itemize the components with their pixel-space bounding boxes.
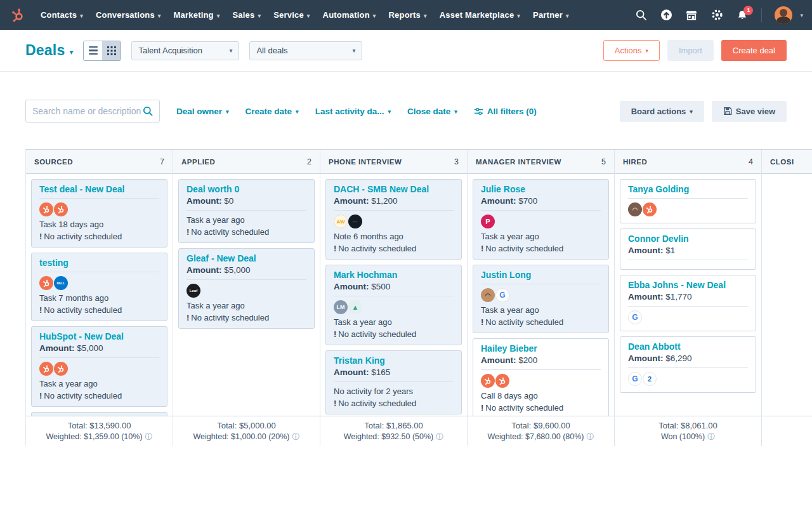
- user-menu-caret-icon[interactable]: ▾: [800, 12, 803, 18]
- weighted-text: Won (100%): [661, 432, 705, 442]
- page-title-dropdown[interactable]: Deals ▾: [25, 42, 73, 59]
- list-icon: [89, 46, 98, 55]
- actions-button-label: Actions: [615, 46, 642, 55]
- chevron-down-icon: ▾: [373, 13, 376, 19]
- chevron-down-icon: ▾: [226, 107, 229, 115]
- nav-item-label: Service: [273, 10, 304, 20]
- all-filters-button[interactable]: All filters (0): [474, 107, 537, 116]
- nav-item-sales[interactable]: Sales▾: [226, 10, 267, 20]
- hubspot-avatar: [54, 362, 68, 376]
- chevron-down-icon: ▾: [388, 107, 391, 115]
- deal-card[interactable]: Test deal - New DealTask 18 days ago!No …: [31, 179, 167, 248]
- filter-deal-owner[interactable]: Deal owner▾: [176, 107, 229, 116]
- deal-title-link[interactable]: Justin Long: [481, 270, 601, 280]
- deal-amount: Amount: $700: [481, 195, 601, 206]
- deal-card[interactable]: Justin Long◠GTask a year ago!No activity…: [473, 265, 609, 333]
- board-actions-button[interactable]: Board actions ▾: [620, 101, 704, 122]
- deal-title-link[interactable]: Julie Rose: [481, 184, 601, 194]
- deal-card[interactable]: Dean AbbottAmount: $6,290G2: [620, 336, 756, 393]
- deal-card[interactable]: Mark HochmanAmount: $500LM▲Task a year a…: [325, 265, 462, 345]
- marketplace-icon[interactable]: [685, 9, 698, 22]
- associated-avatars: ◠G: [481, 288, 601, 302]
- list-view-button[interactable]: [84, 41, 102, 60]
- deal-title-link[interactable]: Tristan King: [334, 355, 454, 366]
- deal-card[interactable]: Hailey BieberAmount: $200Call 8 days ago…: [473, 338, 609, 416]
- search-input[interactable]: [32, 106, 143, 116]
- create-deal-button[interactable]: Create deal: [721, 40, 787, 61]
- nav-item-contacts[interactable]: Contacts▾: [34, 10, 89, 20]
- deal-card[interactable]: HubSpot - New DealAmount: $5,000Task a y…: [31, 326, 167, 407]
- nav-item-automation[interactable]: Automation▾: [317, 10, 383, 20]
- save-view-button[interactable]: Save view: [712, 101, 787, 122]
- nav-item-asset-marketplace[interactable]: Asset Marketplace▾: [433, 10, 527, 20]
- actions-button[interactable]: Actions ▾: [603, 40, 660, 61]
- column-body: [762, 174, 812, 416]
- weighted-text: Weighted: $7,680.00 (80%): [488, 432, 584, 442]
- user-avatar[interactable]: [775, 6, 792, 24]
- filter-close-date[interactable]: Close date▾: [407, 107, 457, 116]
- deal-title-link[interactable]: DACH - SMB New Deal: [334, 184, 454, 194]
- deal-title-link[interactable]: Gleaf - New Deal: [187, 253, 306, 263]
- nav-item-reports[interactable]: Reports▾: [383, 10, 433, 20]
- weighted-text: Weighted: $932.50 (50%): [344, 432, 434, 442]
- info-icon[interactable]: ⓘ: [436, 432, 443, 442]
- deal-title-link[interactable]: Test deal - New Deal: [39, 184, 159, 194]
- import-button[interactable]: Import: [667, 40, 714, 61]
- pipeline-select[interactable]: Talent Acquisition ▾: [131, 41, 239, 60]
- deals-filter-select[interactable]: All deals ▾: [249, 41, 362, 60]
- google-avatar: G: [628, 310, 642, 324]
- deal-title-link[interactable]: Ebba Johns - New Deal: [628, 280, 748, 290]
- column-name: CLOSI: [770, 158, 794, 166]
- nav-right: 1 ▾: [634, 6, 803, 24]
- column-body: Test deal - New DealTask 18 days ago!No …: [26, 174, 173, 416]
- deal-card[interactable]: Gleaf - New DealAmount: $5,000LeafTask a…: [178, 248, 315, 329]
- deal-title-link[interactable]: HubSpot - New Deal: [39, 331, 159, 341]
- search-icon[interactable]: [634, 9, 647, 22]
- deal-card[interactable]: Julie RoseAmount: $700PTask a year ago!N…: [473, 179, 609, 260]
- info-icon[interactable]: ⓘ: [707, 432, 715, 442]
- board-view-button[interactable]: [102, 41, 121, 60]
- deal-title-link[interactable]: Deal worth 0: [187, 184, 306, 194]
- deal-title-link[interactable]: Dean Abbott: [628, 341, 748, 352]
- associated-avatars: [39, 362, 159, 376]
- deal-title-link[interactable]: Tanya Golding: [628, 184, 748, 194]
- warning-icon: !: [187, 227, 189, 237]
- filter-create-date[interactable]: Create date▾: [246, 107, 299, 116]
- deal-card[interactable]: Deal worth 0Amount: $0Task a year ago!No…: [178, 179, 315, 243]
- settings-gear-icon[interactable]: [710, 9, 723, 22]
- column-header: PHONE INTERVIEW 3: [320, 150, 467, 174]
- hubspot-avatar: [481, 374, 495, 388]
- deal-card[interactable]: Connor DevlinAmount: $1: [620, 228, 756, 270]
- nav-item-service[interactable]: Service▾: [267, 10, 316, 20]
- notifications-bell-icon[interactable]: 1: [736, 9, 749, 22]
- deal-card[interactable]: Ebba Johns - New DealAmount: $1,770G: [620, 275, 756, 331]
- nav-item-conversations[interactable]: Conversations▾: [89, 10, 167, 20]
- info-icon[interactable]: ⓘ: [145, 432, 152, 442]
- filter-last-activity-da[interactable]: Last activity da...▾: [315, 107, 391, 116]
- deal-card[interactable]: Tristan KingAmount: $165No activity for …: [325, 350, 462, 414]
- column-count: 7: [160, 157, 164, 166]
- associated-avatars: Leaf: [187, 284, 306, 298]
- nav-item-partner[interactable]: Partner▾: [527, 10, 575, 20]
- deal-card[interactable]: Tanya Golding◠: [620, 179, 756, 223]
- deal-title-link[interactable]: Connor Devlin: [628, 234, 748, 244]
- nav-item-label: Reports: [389, 10, 421, 20]
- upgrade-icon[interactable]: [660, 9, 672, 22]
- save-icon: [723, 107, 732, 116]
- deal-title-link[interactable]: Mark Hochman: [334, 270, 454, 280]
- info-icon[interactable]: ⓘ: [292, 432, 299, 442]
- deal-card[interactable]: DACH - SMB New DealAmount: $1,200AW···No…: [325, 179, 462, 260]
- dark-logo-avatar: ···: [348, 215, 362, 228]
- last-activity-text: No activity for 2 years: [334, 386, 454, 397]
- deal-card[interactable]: testingDELLTask 7 months ago!No activity…: [31, 253, 167, 321]
- nav-item-label: Contacts: [41, 10, 77, 20]
- nav-item-marketing[interactable]: Marketing▾: [167, 10, 226, 20]
- last-activity-text: Task a year ago: [481, 305, 601, 315]
- deal-title-link[interactable]: Hailey Bieber: [481, 343, 601, 354]
- card-divider: [39, 357, 159, 358]
- warning-icon: !: [334, 399, 336, 408]
- search-icon[interactable]: [143, 106, 153, 116]
- info-icon[interactable]: ⓘ: [586, 432, 594, 442]
- deal-title-link[interactable]: testing: [39, 258, 159, 268]
- hubspot-logo[interactable]: [9, 6, 28, 25]
